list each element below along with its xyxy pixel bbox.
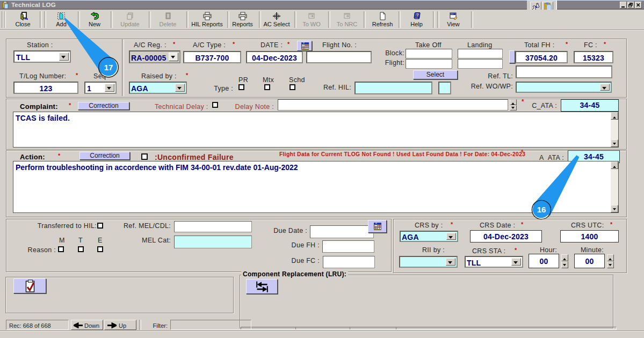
svg-text:16: 16 <box>537 205 546 214</box>
svg-text:17: 17 <box>104 63 113 72</box>
